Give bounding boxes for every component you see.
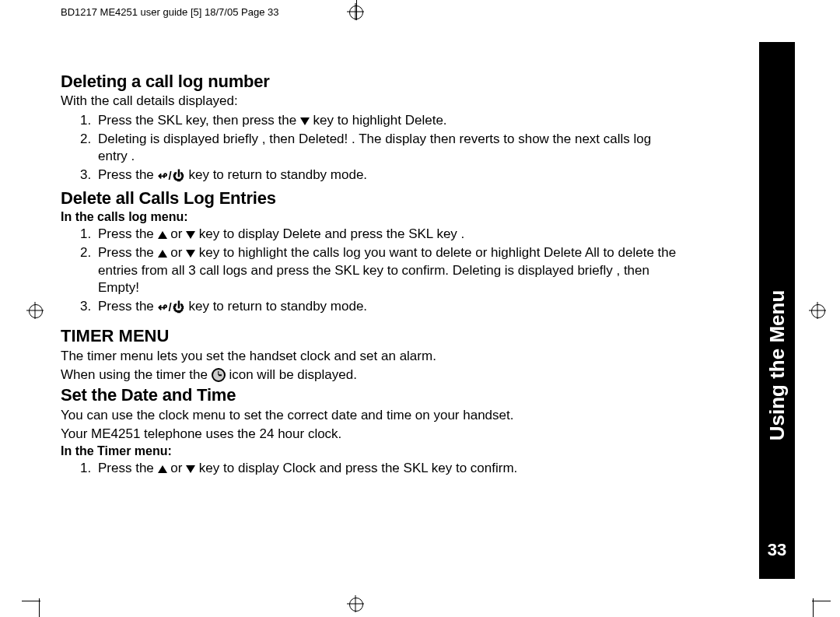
page-number: 33 bbox=[759, 540, 795, 560]
down-arrow-icon bbox=[186, 231, 195, 239]
body-text: Your ME4251 telephone uses the 24 hour c… bbox=[61, 426, 683, 443]
subheading: In the calls log menu: bbox=[61, 210, 683, 224]
heading-delete-all-calls-log: Delete all Calls Log Entries bbox=[61, 188, 683, 209]
clock-icon bbox=[212, 368, 226, 382]
registration-mark-icon bbox=[26, 302, 44, 319]
list-item: Press the ↫/⏻ key to return to standby m… bbox=[95, 298, 683, 315]
body-text: The timer menu lets you set the handset … bbox=[61, 348, 683, 365]
subheading: In the Timer menu: bbox=[61, 444, 683, 458]
body-text: When using the timer the icon will be di… bbox=[61, 366, 683, 384]
ordered-list: Press the SKL key, then press the key to… bbox=[61, 112, 683, 184]
list-item: Press the ↫/⏻ key to return to standby m… bbox=[95, 167, 683, 184]
down-arrow-icon bbox=[186, 465, 195, 473]
ordered-list: Press the or key to display Delete and p… bbox=[61, 226, 683, 314]
heading-set-date-time: Set the Date and Time bbox=[61, 385, 683, 405]
side-tab: Using the Menu 33 bbox=[759, 42, 795, 579]
list-item: Press the or key to display Delete and p… bbox=[95, 226, 683, 243]
body-text: You can use the clock menu to set the co… bbox=[61, 407, 683, 424]
registration-mark-icon bbox=[809, 302, 826, 319]
crop-mark-icon bbox=[22, 601, 40, 601]
up-arrow-icon bbox=[158, 250, 167, 258]
page: BD1217 ME4251 user guide [5] 18/7/05 Pag… bbox=[0, 0, 840, 617]
crop-mark-icon bbox=[356, 0, 357, 20]
heading-timer-menu: TIMER MENU bbox=[61, 326, 683, 346]
list-item: Press the or key to highlight the calls … bbox=[95, 244, 683, 296]
end-call-power-icon: ↫/⏻ bbox=[158, 300, 185, 315]
crop-mark-icon bbox=[812, 601, 831, 601]
ordered-list: Press the or key to display Clock and pr… bbox=[61, 460, 683, 477]
list-item: Press the or key to display Clock and pr… bbox=[95, 460, 683, 477]
print-header: BD1217 ME4251 user guide [5] 18/7/05 Pag… bbox=[61, 6, 278, 18]
intro-text: With the call details displayed: bbox=[61, 93, 683, 109]
down-arrow-icon bbox=[300, 117, 310, 125]
list-item: Press the SKL key, then press the key to… bbox=[95, 112, 683, 129]
list-item: Deleting is displayed briefly , then Del… bbox=[95, 131, 683, 165]
up-arrow-icon bbox=[158, 231, 167, 239]
up-arrow-icon bbox=[158, 465, 167, 473]
side-tab-label: Using the Menu bbox=[765, 290, 789, 441]
down-arrow-icon bbox=[186, 250, 195, 258]
registration-mark-icon bbox=[347, 595, 364, 612]
registration-mark-icon bbox=[347, 3, 364, 20]
content-area: Deleting a call log number With the call… bbox=[61, 72, 683, 482]
end-call-power-icon: ↫/⏻ bbox=[158, 168, 185, 184]
heading-delete-call-log-number: Deleting a call log number bbox=[61, 72, 683, 92]
